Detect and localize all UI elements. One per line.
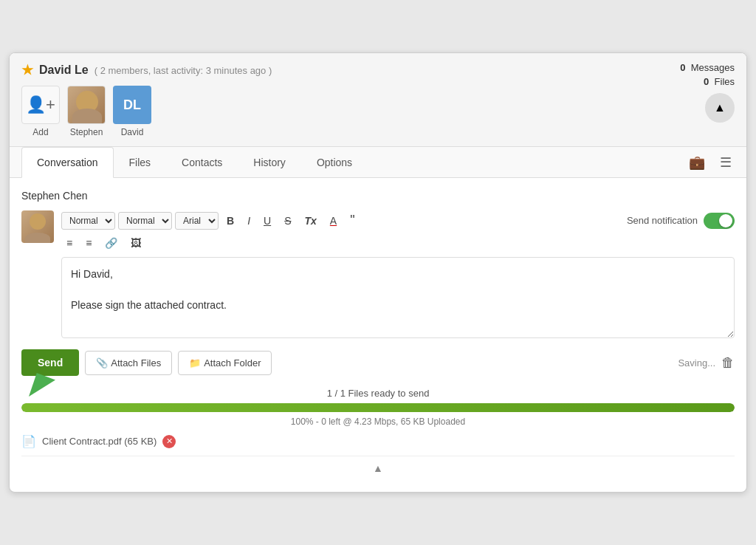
briefcase-icon[interactable]: 💼: [686, 151, 708, 174]
pdf-icon: 📄: [21, 434, 36, 448]
ordered-list-button[interactable]: ≡: [61, 235, 78, 251]
quote-button[interactable]: ": [345, 210, 360, 230]
notification-label: Send notification: [627, 215, 698, 226]
add-member-avatar: 👤+: [21, 86, 60, 124]
header-meta: ( 2 members, last activity: 3 minutes ag…: [94, 65, 272, 76]
progress-bar-fill: [21, 403, 735, 412]
star-icon[interactable]: ★: [21, 62, 33, 78]
add-person-icon: 👤+: [26, 95, 55, 114]
sender-name: Stephen Chen: [21, 190, 735, 202]
david-avatar: DL: [113, 86, 151, 124]
david-label: David: [121, 127, 144, 137]
progress-label: 1 / 1 Files ready to send: [21, 388, 735, 399]
messages-label: Messages: [691, 62, 735, 73]
clear-format-button[interactable]: Tx: [299, 213, 321, 229]
unordered-list-button[interactable]: ≡: [80, 235, 97, 251]
tab-files[interactable]: Files: [114, 147, 167, 177]
italic-button[interactable]: I: [242, 213, 255, 229]
files-label: Files: [715, 76, 735, 87]
conversation-title: David Le: [39, 64, 89, 77]
bottom-chevron-icon[interactable]: ▲: [373, 462, 383, 474]
tab-conversation[interactable]: Conversation: [21, 147, 114, 178]
add-member-item[interactable]: 👤+ Add: [21, 86, 60, 137]
bold-button[interactable]: B: [221, 213, 239, 229]
messages-num: 0: [680, 62, 685, 73]
attach-folder-label: Attach Folder: [204, 357, 261, 369]
progress-info: 100% - 0 left @ 4.23 Mbps, 65 KB Uploade…: [21, 417, 735, 427]
file-remove-button[interactable]: ✕: [162, 435, 176, 448]
menu-icon[interactable]: ☰: [717, 151, 735, 174]
notification-toggle: Send notification: [627, 213, 735, 229]
toggle-knob: [719, 214, 732, 227]
message-input[interactable]: Hi David, Please sign the attached contr…: [61, 257, 735, 338]
david-member-item[interactable]: DL David: [113, 86, 151, 137]
collapse-button[interactable]: ▲: [705, 93, 735, 123]
content: Stephen Chen Normal Normal Arial B: [10, 178, 746, 492]
header-left: ★ David Le ( 2 members, last activity: 3…: [21, 62, 639, 137]
composer-avatar: [21, 210, 54, 243]
strikethrough-button[interactable]: S: [279, 213, 296, 229]
font-select[interactable]: Arial: [175, 212, 219, 230]
file-name: Client Contract.pdf (65 KB): [42, 436, 157, 447]
image-button[interactable]: 🖼: [126, 235, 146, 251]
tabs-bar: Conversation Files Contacts History Opti…: [10, 147, 746, 178]
tab-options[interactable]: Options: [301, 147, 368, 177]
attach-folder-button[interactable]: 📁 Attach Folder: [178, 351, 272, 375]
underline-button[interactable]: U: [258, 213, 276, 229]
attach-files-button[interactable]: 📎 Attach Files: [85, 351, 172, 375]
file-item: 📄 Client Contract.pdf (65 KB) ✕: [21, 434, 735, 448]
members-row: 👤+ Add Stephen DL David: [21, 86, 639, 137]
send-label: Send: [38, 357, 63, 369]
header-title: ★ David Le ( 2 members, last activity: 3…: [21, 62, 639, 78]
add-member-label: Add: [32, 127, 48, 137]
header: ★ David Le ( 2 members, last activity: 3…: [10, 53, 746, 147]
folder-icon: 📁: [189, 357, 201, 369]
progress-bar-wrap: [21, 403, 735, 412]
tabs-icons: 💼 ☰: [686, 151, 735, 174]
font-color-button[interactable]: A: [325, 213, 342, 229]
toolbar-row1: Normal Normal Arial B I U S Tx A ": [61, 210, 735, 230]
format2-select[interactable]: Normal: [118, 212, 172, 230]
main-container: ★ David Le ( 2 members, last activity: 3…: [9, 52, 747, 493]
tabs-list: Conversation Files Contacts History Opti…: [21, 147, 368, 177]
stephen-avatar: [67, 86, 106, 124]
files-num: 0: [704, 76, 709, 87]
header-right: 0 Messages 0 Files ▲: [639, 62, 735, 123]
format1-select[interactable]: Normal: [61, 212, 115, 230]
david-initials: DL: [123, 97, 141, 113]
files-count: 0 Files: [704, 76, 735, 87]
compose-area: Normal Normal Arial B I U S Tx A ": [21, 210, 735, 340]
tab-contacts[interactable]: Contacts: [166, 147, 238, 177]
send-button[interactable]: Send: [21, 349, 79, 376]
tab-history[interactable]: History: [238, 147, 301, 177]
toolbar-row2: ≡ ≡ 🔗 🖼: [61, 235, 735, 251]
saving-text: Saving...: [678, 357, 715, 369]
trash-button[interactable]: 🗑: [721, 355, 735, 371]
messages-count: 0 Messages: [680, 62, 735, 73]
progress-section: 1 / 1 Files ready to send 100% - 0 left …: [21, 388, 735, 448]
stephen-label: Stephen: [70, 127, 103, 137]
bottom-bar: ▲: [21, 456, 735, 480]
link-button[interactable]: 🔗: [100, 235, 123, 251]
stephen-member-item[interactable]: Stephen: [67, 86, 106, 137]
notification-switch[interactable]: [704, 213, 735, 229]
actions-row: Send 📎 Attach Files 📁 Attach Folder Savi…: [21, 349, 735, 376]
paperclip-icon: 📎: [96, 357, 108, 369]
composer-right: Normal Normal Arial B I U S Tx A ": [61, 210, 735, 340]
attach-files-label: Attach Files: [111, 357, 161, 369]
